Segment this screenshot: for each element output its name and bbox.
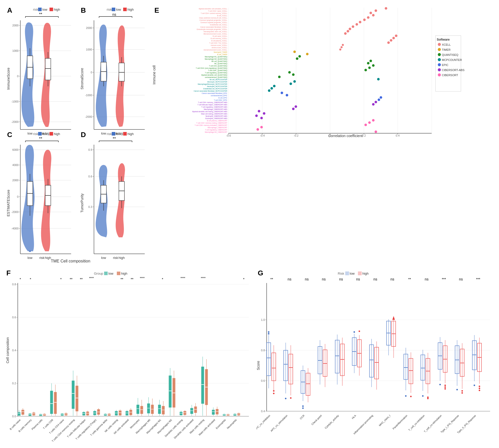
svg-text:*: * — [162, 277, 163, 281]
panel-a-label: A — [7, 6, 12, 14]
svg-rect-299 — [104, 272, 108, 275]
svg-point-203 — [260, 126, 263, 128]
svg-text:**: ** — [408, 277, 411, 281]
svg-rect-345 — [33, 413, 35, 415]
svg-text:T cells follicular helper: T cells follicular helper — [67, 418, 86, 438]
svg-text:****: **** — [201, 276, 206, 280]
svg-point-155 — [288, 71, 291, 74]
svg-point-599 — [444, 386, 446, 388]
svg-text:Common myeloid progenitor_XCEL: Common myeloid progenitor_XCELL — [200, 22, 227, 24]
svg-text:-4000: -4000 — [11, 227, 19, 230]
svg-marker-573 — [392, 316, 395, 320]
svg-text:Hematopoietic stem cell_XCELL: Hematopoietic stem cell_XCELL — [204, 31, 228, 33]
svg-text:0.6: 0.6 — [261, 379, 265, 382]
svg-text:-0.4: -0.4 — [260, 134, 265, 137]
panel-f: F Group low high * * * ** ** **** ** ** — [5, 269, 254, 442]
svg-text:Eosinophils: Eosinophils — [215, 419, 226, 430]
svg-text:0.4: 0.4 — [396, 134, 399, 137]
svg-point-121 — [344, 32, 347, 35]
svg-point-618 — [479, 388, 480, 389]
svg-rect-435 — [194, 407, 197, 413]
svg-text:**: ** — [131, 277, 134, 281]
svg-text:low: low — [42, 8, 47, 11]
svg-point-151 — [368, 67, 371, 69]
svg-text:0.3: 0.3 — [88, 205, 92, 208]
svg-text:Macrophage M2_QUANTISEQ: Macrophage M2_QUANTISEQ — [205, 58, 227, 60]
svg-text:CCR: CCR — [299, 414, 305, 420]
svg-text:0: 0 — [17, 75, 19, 78]
svg-text:0.6: 0.6 — [12, 316, 16, 319]
svg-text:HLA: HLA — [351, 414, 357, 420]
svg-text:T cell CD4+ central memory_XCE: T cell CD4+ central memory_XCELL — [201, 12, 227, 14]
svg-text:stroma score_XCELL: stroma score_XCELL — [212, 47, 227, 49]
svg-point-141 — [298, 55, 301, 58]
svg-point-532 — [290, 397, 292, 399]
svg-text:Macrophage/Monocyte_MCPCOUNTER: Macrophage/Monocyte_MCPCOUNTER — [198, 83, 228, 85]
svg-rect-485 — [358, 272, 362, 275]
svg-text:T_cell_co-inhibition: T_cell_co-inhibition — [408, 414, 425, 432]
svg-rect-417 — [162, 406, 165, 414]
svg-point-619 — [479, 390, 480, 391]
svg-text:*: * — [243, 277, 245, 281]
svg-rect-366 — [72, 381, 74, 409]
svg-rect-269 — [123, 132, 127, 136]
svg-point-109 — [363, 19, 366, 21]
svg-text:*: * — [30, 277, 31, 281]
svg-text:high: high — [45, 256, 51, 260]
svg-text:Granulocyte-monocyte progenito: Granulocyte-monocyte progenitor_XCELL — [197, 28, 227, 30]
svg-point-163 — [293, 80, 296, 83]
svg-text:Endothelial cell_XCELL: Endothelial cell_XCELL — [210, 24, 227, 26]
svg-rect-372 — [83, 412, 85, 415]
svg-point-117 — [349, 28, 351, 30]
svg-point-125 — [392, 37, 395, 39]
panel-f-boxplot: Group low high * * * ** ** **** ** ** **… — [5, 269, 254, 442]
svg-text:microenvironment score_XCELL: microenvironment score_XCELL — [203, 49, 227, 51]
svg-text:Microenvironment score_XCELL: Microenvironment score_XCELL — [203, 33, 227, 35]
svg-text:low: low — [116, 132, 121, 136]
svg-text:NK cell_QUANTISEQ: NK cell_QUANTISEQ — [212, 60, 228, 62]
svg-point-216 — [438, 58, 441, 61]
svg-text:risk: risk — [33, 8, 38, 11]
svg-rect-342 — [29, 414, 31, 416]
svg-text:low: low — [108, 272, 114, 275]
svg-text:0.2: 0.2 — [362, 134, 366, 137]
svg-rect-267 — [112, 132, 115, 136]
panel-d-label: D — [81, 131, 86, 139]
svg-text:T cell CD4+ memory resting_CIB: T cell CD4+ memory resting_CIBERSORT — [196, 122, 227, 124]
svg-point-119 — [347, 30, 349, 32]
svg-text:**: ** — [39, 137, 42, 141]
svg-text:B cell plasma_CIBERSORT: B cell plasma_CIBERSORT — [207, 120, 227, 122]
svg-text:MCPCOUNTER: MCPCOUNTER — [442, 58, 462, 61]
svg-text:Myeloid dendritic cell_QUANTIS: Myeloid dendritic cell_QUANTISEQ — [201, 74, 227, 76]
svg-text:low: low — [27, 256, 33, 260]
svg-point-199 — [368, 121, 371, 124]
svg-text:Parainflammation: Parainflammation — [392, 414, 408, 430]
svg-point-139 — [306, 53, 309, 55]
svg-text:-1000: -1000 — [11, 100, 19, 103]
svg-point-607 — [456, 389, 458, 390]
svg-text:B cell_EPIC: B cell_EPIC — [218, 97, 227, 99]
svg-text:Score: Score — [256, 361, 260, 370]
svg-point-205 — [256, 128, 259, 131]
svg-point-540 — [302, 407, 304, 409]
svg-text:low: low — [116, 8, 121, 11]
svg-rect-31 — [45, 58, 51, 80]
svg-point-129 — [387, 41, 390, 44]
svg-text:Neutrophil_CIBERSORT-ABS: Neutrophil_CIBERSORT-ABS — [205, 115, 228, 117]
svg-text:low: low — [350, 272, 355, 275]
svg-text:ns: ns — [459, 277, 463, 281]
svg-text:***: *** — [442, 277, 446, 281]
svg-text:low: low — [101, 256, 106, 260]
panel-c-violin: risk low high ** ESTIMATEScore 6000 4000… — [5, 129, 79, 264]
panel-e-label: E — [154, 6, 159, 14]
svg-text:Check-point: Check-point — [311, 414, 323, 426]
svg-rect-399 — [130, 410, 132, 415]
svg-text:-2000: -2000 — [11, 210, 19, 213]
svg-rect-426 — [180, 412, 182, 415]
svg-text:ns: ns — [391, 277, 394, 281]
svg-point-181 — [375, 101, 377, 103]
svg-text:Myeloid dendritic cell activat: Myeloid dendritic cell activated_XCELL — [199, 8, 228, 10]
panel-e-dotplot: Immune cell Correlation coefficient -0.6… — [152, 5, 499, 140]
svg-text:T cell CD4+ (non-regulatory)_Q: T cell CD4+ (non-regulatory)_QUANTISEQ — [196, 67, 227, 69]
svg-point-137 — [293, 51, 296, 53]
